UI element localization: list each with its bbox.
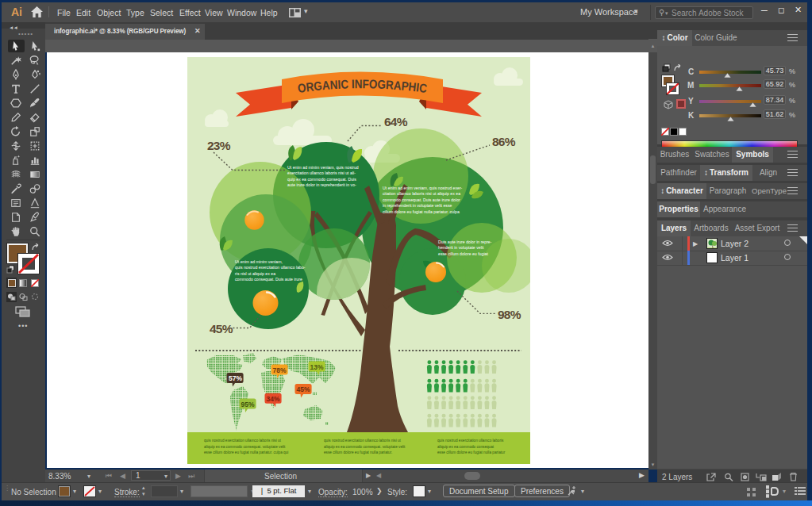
- svg-text:98%: 98%: [498, 308, 521, 321]
- svg-text:aliquip ex ea commodo consequa: aliquip ex ea commodo consequat. volupta…: [324, 445, 406, 449]
- svg-text:64%: 64%: [384, 115, 408, 128]
- svg-text:Ut enim ad enim veniam, quis n: Ut enim ad enim veniam, quis nostrud exe…: [383, 186, 463, 190]
- svg-text:aute irure dolor in reprehende: aute irure dolor in reprehenderit in vo-: [287, 182, 356, 187]
- svg-text:aliquip ex ea commodo consequa: aliquip ex ea commodo consequat. volupta…: [204, 445, 286, 449]
- svg-text:Ut enim ad minim veniam,: Ut enim ad minim veniam,: [235, 259, 283, 264]
- svg-text:34%: 34%: [266, 395, 279, 403]
- svg-text:quis nostrud exercitation ulla: quis nostrud exercitation ullamco labori…: [437, 439, 504, 443]
- svg-text:quip ex ea commodo consequat.: quip ex ea commodo consequat. Duis: [287, 177, 356, 182]
- svg-text:in reprehenderit in voluptate: in reprehenderit in voluptate velit esse: [383, 203, 452, 208]
- svg-text:esse cillum dolore eu fugiat n: esse cillum dolore eu fugiat nulla paria…: [324, 450, 392, 454]
- svg-text:ris nisl ut aliquip ex ea: ris nisl ut aliquip ex ea: [235, 271, 275, 276]
- svg-text:45%: 45%: [296, 385, 310, 393]
- svg-text:commodo consequat. Duis aute i: commodo consequat. Duis aute irure: [235, 277, 302, 282]
- svg-text:citation ullamco laboris nisi: citation ullamco laboris nisi ut aliquip…: [383, 191, 460, 196]
- svg-text:aliquip ex ea commodo consequa: aliquip ex ea commodo consequat: [437, 445, 495, 449]
- svg-text:quis nostrud exercitation ulla: quis nostrud exercitation ullamco labori…: [204, 439, 282, 443]
- svg-text:esse cillum dolore eu fugiat: esse cillum dolore eu fugiat: [438, 251, 488, 256]
- svg-text:57%: 57%: [229, 374, 242, 382]
- svg-text:quis nostrud exercitation ulla: quis nostrud exercitation ullamco labo-: [235, 265, 306, 270]
- svg-text:henderit in voluptate velit: henderit in voluptate velit: [438, 245, 484, 250]
- svg-text:13%: 13%: [310, 363, 323, 371]
- svg-text:95%: 95%: [241, 401, 254, 408]
- svg-text:78%: 78%: [272, 366, 286, 374]
- svg-text:cillum dolore eu fugiat nulla: cillum dolore eu fugiat nulla pariatur. …: [383, 209, 460, 214]
- svg-text:45%: 45%: [210, 322, 233, 335]
- svg-text:esse cillum dolore eu fugiat n: esse cillum dolore eu fugiat nulla paria…: [437, 450, 506, 454]
- svg-text:quis nostrud exercitation ulla: quis nostrud exercitation ullamco labori…: [324, 439, 402, 443]
- svg-text:esse cillum dolore eu fugiat n: esse cillum dolore eu fugiat nulla paria…: [204, 450, 288, 454]
- svg-text:commodo consequat. Duis aute i: commodo consequat. Duis aute irure dolor: [383, 197, 460, 202]
- svg-text:exercitation ullamco laboris n: exercitation ullamco laboris nisi ut ali…: [287, 171, 356, 175]
- svg-text:Ut enim ad minim veniam, quis: Ut enim ad minim veniam, quis nostrud: [287, 165, 359, 170]
- svg-text:23%: 23%: [207, 139, 231, 152]
- svg-text:86%: 86%: [492, 135, 516, 148]
- svg-text:Duis aute irure dolor in repre: Duis aute irure dolor in repre-: [438, 240, 492, 244]
